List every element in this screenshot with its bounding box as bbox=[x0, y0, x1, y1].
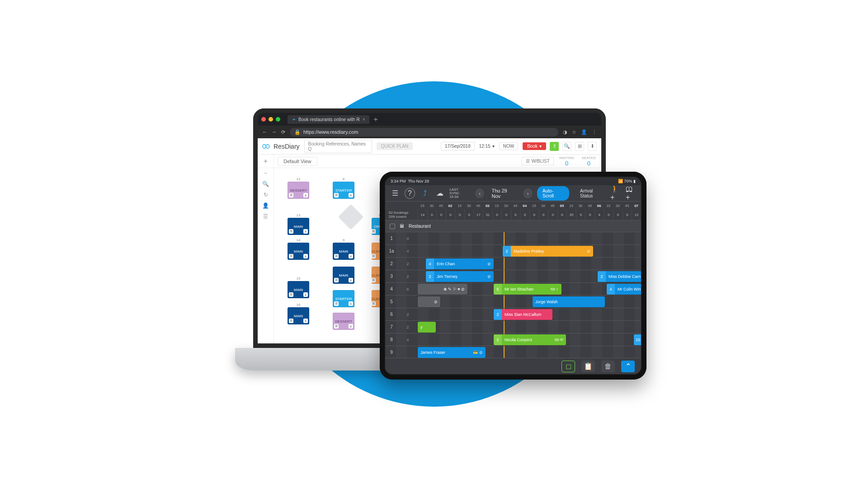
minus-icon[interactable]: − bbox=[264, 170, 267, 176]
booking-block[interactable]: 6Mr Ian Strachan🍽 ♀ bbox=[494, 284, 561, 295]
timeline-grid[interactable]: DRAG 141a422324656272849102Madeline Prat… bbox=[385, 232, 641, 358]
walk-in-button[interactable]: ⇪ bbox=[550, 142, 559, 151]
time-scale: 1530450215304503153045041530450515304506… bbox=[385, 202, 641, 210]
search-icon[interactable]: 🔍 bbox=[562, 142, 571, 151]
timeline-row[interactable]: 14 bbox=[385, 232, 641, 245]
table-main[interactable]: 9MAIN☰4 bbox=[333, 243, 354, 260]
person-icon[interactable]: 👤 bbox=[262, 202, 269, 209]
app-subheader: + Default View ☰W/BLIST WAITING0 SEATED0 bbox=[258, 155, 601, 168]
date-picker[interactable]: 17/Sep/2018 bbox=[441, 142, 475, 150]
booking-block[interactable]: 4Erin Chan⊘ bbox=[426, 258, 494, 269]
booking-block[interactable]: 2Madeline Pratley⊘ bbox=[503, 246, 593, 257]
table-main[interactable]: MAIN☰4 bbox=[333, 267, 354, 284]
booking-block[interactable]: 4Mr Colin Winnin bbox=[607, 284, 641, 295]
table-main[interactable]: 14MAIN☰4 bbox=[288, 243, 309, 260]
table-dessert[interactable]: 12DESSERT☰4 bbox=[288, 182, 309, 199]
left-rail: − 🔍 ↻ 👤 ☰ bbox=[258, 168, 274, 343]
help-icon[interactable]: ? bbox=[405, 188, 415, 199]
count-row: 62 bookings 209 covers 14000001731000000… bbox=[385, 210, 641, 221]
tablet-screen: 3:34 PM Thu Nov 29 📶 70% ▮ ☰ ? ⤴ ☁ LAST … bbox=[385, 177, 641, 374]
timeline-row[interactable]: 22 bbox=[385, 258, 641, 270]
booking-block[interactable]: 10 bbox=[634, 334, 641, 345]
menu-icon[interactable]: ⋮ bbox=[592, 129, 597, 135]
table-diamond[interactable] bbox=[338, 204, 364, 230]
stats: WAITING0 SEATED0 bbox=[559, 156, 596, 167]
booking-block[interactable]: 2Miss Debbie Carnie bbox=[598, 271, 641, 282]
profile-icon[interactable]: 👤 bbox=[581, 129, 587, 135]
trash-icon[interactable]: 🗑 bbox=[601, 361, 615, 372]
time-dropdown[interactable]: 12:15▾ bbox=[479, 144, 495, 149]
book-icon[interactable]: 🕮+ bbox=[626, 188, 637, 199]
clipboard-icon[interactable]: 📋 bbox=[581, 361, 595, 372]
search-tool-icon[interactable]: 🔍 bbox=[262, 181, 269, 187]
lock-icon: 🔒 bbox=[294, 129, 301, 135]
browser-tab[interactable]: ⚭ Book restaurants online with R × bbox=[288, 115, 369, 124]
back-icon[interactable]: ← bbox=[262, 129, 267, 135]
view-tab[interactable]: Default View bbox=[278, 157, 317, 166]
battery-icon: ▮ bbox=[633, 179, 636, 183]
table-starter[interactable]: 8STARTER☰4 bbox=[333, 182, 354, 199]
booking-block[interactable]: 2Jim Tierney⊘ bbox=[426, 271, 494, 282]
extension-icon[interactable]: ◑ bbox=[563, 129, 567, 135]
booking-block[interactable]: 2Miss Sian McCallum bbox=[494, 309, 552, 320]
chevron-down-icon: ▾ bbox=[492, 144, 495, 149]
maximize-window-icon[interactable] bbox=[276, 117, 280, 122]
table-main[interactable]: 13MAIN☰4 bbox=[288, 218, 309, 235]
section-header[interactable]: 🏛 Restaurant bbox=[385, 221, 641, 232]
new-tab-icon[interactable]: ＋ bbox=[372, 115, 379, 124]
booking-block[interactable]: James Fraser💳 ⊘ bbox=[418, 347, 486, 358]
tab-title: Book restaurants online with R bbox=[298, 117, 360, 122]
window-controls bbox=[261, 117, 280, 122]
close-tab-icon[interactable]: × bbox=[363, 117, 365, 122]
booking-block[interactable]: 2Nicola Conyers🍽 Ψ bbox=[494, 334, 566, 345]
table-dessert[interactable]: DESSERT☰4 bbox=[333, 313, 354, 330]
wblist-button[interactable]: ☰W/BLIST bbox=[522, 157, 554, 165]
last-sync: LAST SYNC 15:34 bbox=[449, 188, 469, 199]
next-day-button[interactable]: › bbox=[523, 188, 533, 198]
cloud-icon: ☁ bbox=[434, 188, 445, 199]
walk-in-icon[interactable]: 🚶+ bbox=[610, 188, 621, 199]
booking-block[interactable]: y bbox=[418, 322, 436, 333]
download-icon[interactable]: ⬇ bbox=[588, 142, 597, 151]
table-main[interactable]: 15MAIN☰4 bbox=[288, 281, 309, 298]
refresh-icon[interactable]: ↻ bbox=[264, 192, 268, 198]
expand-icon[interactable]: ⌃ bbox=[621, 361, 635, 372]
tablet-footer: ◻ 📋 🗑 ⌃ bbox=[385, 358, 641, 374]
close-window-icon[interactable] bbox=[261, 117, 266, 122]
booking-block[interactable]: ❀ ✎ ⚐ ♥ ⊘ bbox=[418, 284, 467, 295]
booking-block[interactable]: ⊘ bbox=[418, 296, 440, 307]
grid-icon[interactable]: ⊞ bbox=[575, 142, 584, 151]
area-icon: 🏛 bbox=[400, 224, 404, 229]
date-label[interactable]: Thu 29 Nov bbox=[487, 188, 520, 199]
now-button[interactable]: NOW bbox=[499, 142, 518, 150]
table-starter[interactable]: STARTER☰4 bbox=[333, 290, 354, 307]
tablet-device: 3:34 PM Thu Nov 29 📶 70% ▮ ☰ ? ⤴ ☁ LAST … bbox=[380, 172, 646, 380]
resdiary-logo[interactable]: ResDiary bbox=[262, 143, 300, 150]
list-icon[interactable]: ☰ bbox=[263, 213, 268, 220]
share-icon[interactable]: ⤴ bbox=[420, 188, 430, 199]
arrival-status-button[interactable]: Arrival Status bbox=[580, 188, 606, 198]
table-main[interactable]: 16MAIN☰4 bbox=[288, 307, 309, 324]
book-button[interactable]: Book▾ bbox=[523, 142, 546, 150]
browser-toolbar: ← → ⟳ 🔒 https://www.resdiary.com ◑ ☆ 👤 ⋮ bbox=[258, 126, 601, 138]
prev-day-button[interactable]: ‹ bbox=[475, 188, 485, 198]
quick-plan-button[interactable]: QUICK PLAN bbox=[377, 142, 413, 150]
wifi-icon: 📶 bbox=[618, 179, 623, 183]
add-icon[interactable]: + bbox=[258, 155, 274, 168]
star-icon[interactable]: ☆ bbox=[572, 129, 576, 135]
menu-icon[interactable]: ☰ bbox=[390, 188, 400, 199]
ios-status-bar: 3:34 PM Thu Nov 29 📶 70% ▮ bbox=[385, 177, 641, 185]
search-input[interactable]: Booking References, Names Q bbox=[304, 140, 372, 153]
app-header: ResDiary Booking References, Names Q QUI… bbox=[258, 138, 601, 155]
minimize-window-icon[interactable] bbox=[269, 117, 273, 122]
reload-icon[interactable]: ⟳ bbox=[281, 129, 285, 135]
tablet-header: ☰ ? ⤴ ☁ LAST SYNC 15:34 ‹ Thu 29 Nov › A… bbox=[385, 185, 641, 202]
checkbox[interactable] bbox=[390, 224, 395, 229]
booking-block[interactable]: Jorge Walsh bbox=[533, 296, 605, 307]
status-square-icon[interactable]: ◻ bbox=[561, 361, 575, 372]
address-bar[interactable]: 🔒 https://www.resdiary.com bbox=[290, 128, 558, 136]
browser-tabbar: ⚭ Book restaurants online with R × ＋ bbox=[258, 113, 601, 126]
forward-icon[interactable]: → bbox=[272, 129, 277, 135]
auto-scroll-button[interactable]: Auto-Scroll bbox=[537, 186, 569, 201]
